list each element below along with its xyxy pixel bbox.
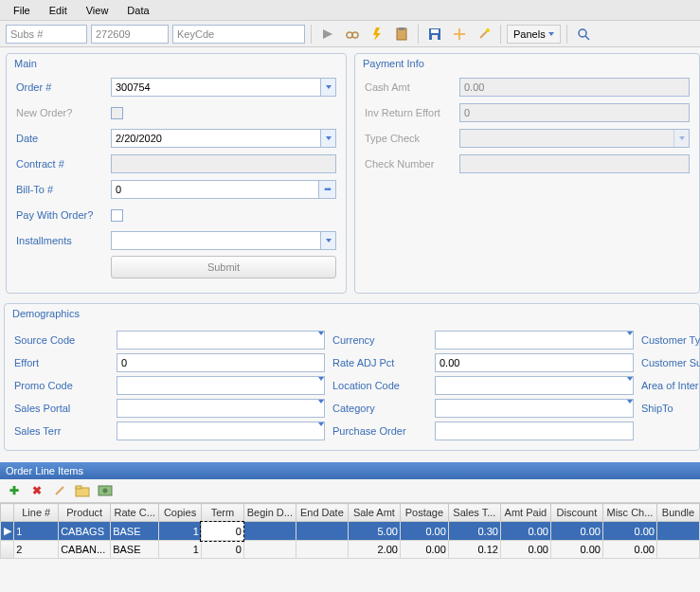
menu-edit[interactable]: Edit	[40, 2, 77, 19]
grid-col-header[interactable]: Product	[59, 504, 111, 522]
subs-selector[interactable]	[6, 25, 87, 44]
grid-cell[interactable]: 1	[14, 522, 59, 541]
grid-cell[interactable]: 0	[201, 541, 243, 559]
table-row[interactable]: 2CABAN...BASE102.000.000.120.000.000.00	[1, 541, 700, 559]
chevron-down-icon[interactable]	[320, 79, 335, 96]
menu-view[interactable]: View	[77, 2, 118, 19]
date-field[interactable]	[111, 129, 336, 148]
grid-cell[interactable]: 0.00	[500, 522, 550, 541]
grid-cell[interactable]: 0.00	[400, 541, 448, 559]
grid-col-header[interactable]: Copies	[159, 504, 202, 522]
chevron-down-icon[interactable]	[318, 400, 324, 417]
installments-input[interactable]	[112, 232, 320, 249]
delete-row-icon[interactable]: ✖	[28, 482, 45, 499]
submit-button[interactable]: Submit	[111, 256, 336, 278]
panels-dropdown[interactable]: Panels	[507, 25, 561, 44]
grid-cell[interactable]: 0.30	[448, 522, 500, 541]
chevron-down-icon[interactable]	[627, 377, 633, 394]
grid-col-header[interactable]: Term	[201, 504, 243, 522]
zoom-icon[interactable]	[573, 25, 594, 44]
grid-col-header[interactable]: End Date	[296, 504, 348, 522]
billto-input[interactable]	[112, 181, 318, 198]
grid-cell[interactable]: 2	[14, 541, 59, 559]
grid-cell[interactable]	[296, 541, 348, 559]
grid-col-header[interactable]: Sale Amt	[348, 504, 400, 522]
menu-file[interactable]: File	[4, 2, 40, 19]
grid-cell[interactable]: BASE	[111, 522, 159, 541]
order-input[interactable]	[112, 79, 320, 96]
grid-cell[interactable]: 5.00	[348, 522, 400, 541]
grid-cell[interactable]: CABAN...	[59, 541, 111, 559]
promo-input[interactable]	[117, 377, 318, 394]
paste-icon[interactable]	[391, 25, 412, 44]
rateadj-input[interactable]	[436, 354, 633, 371]
grid-cell[interactable]	[243, 541, 296, 559]
neworder-checkbox[interactable]	[111, 107, 123, 119]
grid-col-header[interactable]: Rate C...	[111, 504, 159, 522]
folder-icon[interactable]	[74, 482, 91, 499]
currency-input[interactable]	[436, 332, 627, 349]
chevron-down-icon[interactable]	[318, 332, 324, 349]
grid-cell[interactable]	[657, 541, 700, 559]
grid-cell[interactable]: 0.00	[500, 541, 550, 559]
order-field[interactable]	[111, 78, 336, 97]
ellipsis-icon[interactable]: •••	[318, 181, 335, 198]
grid-cell[interactable]: 1	[159, 541, 202, 559]
row-header-col[interactable]	[1, 504, 14, 522]
grid-cell[interactable]: 0.12	[448, 541, 500, 559]
grid-cell[interactable]: 0	[201, 522, 243, 541]
chevron-down-icon[interactable]	[627, 400, 633, 417]
binoculars-icon[interactable]	[342, 25, 363, 44]
chevron-down-icon[interactable]	[318, 422, 324, 440]
grid-cell[interactable]: CABAGS	[59, 522, 111, 541]
add-icon[interactable]	[449, 25, 470, 44]
money-icon[interactable]	[97, 482, 114, 499]
salesterr-field[interactable]	[117, 422, 325, 440]
category-input[interactable]	[436, 400, 627, 417]
source-input[interactable]	[117, 332, 318, 349]
grid-cell[interactable]: 0.00	[400, 522, 448, 541]
grid-cell[interactable]	[296, 522, 348, 541]
grid-col-header[interactable]: Sales T...	[448, 504, 500, 522]
grid-cell[interactable]: 2.00	[348, 541, 400, 559]
menu-data[interactable]: Data	[117, 2, 158, 19]
grid-cell[interactable]: 0.00	[550, 541, 602, 559]
rateadj-field[interactable]	[435, 353, 634, 372]
source-field[interactable]	[117, 331, 325, 350]
chevron-down-icon[interactable]	[320, 232, 335, 249]
table-row[interactable]: ▶1CABAGSBASE105.000.000.300.000.000.00	[1, 522, 700, 541]
grid-col-header[interactable]: Discount	[550, 504, 602, 522]
order-lines-grid[interactable]: Line #ProductRate C...CopiesTermBegin D.…	[0, 503, 700, 559]
grid-col-header[interactable]: Misc Ch...	[602, 504, 656, 522]
paywith-checkbox[interactable]	[111, 209, 123, 222]
location-input[interactable]	[436, 377, 627, 394]
chevron-down-icon[interactable]	[320, 130, 335, 147]
grid-col-header[interactable]: Begin D...	[243, 504, 296, 522]
date-input[interactable]	[112, 130, 320, 147]
grid-cell[interactable]	[657, 522, 700, 541]
salesterr-input[interactable]	[117, 422, 318, 440]
installments-field[interactable]	[111, 231, 336, 250]
bolt-icon[interactable]	[367, 25, 387, 44]
chevron-down-icon[interactable]	[318, 377, 324, 394]
grid-cell[interactable]	[243, 522, 296, 541]
po-field[interactable]	[435, 422, 634, 440]
save-icon[interactable]	[424, 25, 445, 44]
edit-row-icon[interactable]	[51, 482, 68, 499]
grid-cell[interactable]: 0.00	[602, 522, 656, 541]
po-input[interactable]	[436, 422, 633, 440]
grid-cell[interactable]: BASE	[111, 541, 159, 559]
subs-number-field[interactable]	[91, 25, 169, 44]
category-field[interactable]	[435, 399, 634, 418]
grid-cell[interactable]: 1	[159, 522, 202, 541]
row-indicator[interactable]: ▶	[1, 522, 14, 541]
play-icon[interactable]	[317, 25, 338, 44]
grid-col-header[interactable]: Line #	[14, 504, 59, 522]
salesportal-field[interactable]	[117, 399, 325, 418]
grid-col-header[interactable]: Amt Paid	[500, 504, 550, 522]
grid-col-header[interactable]: Postage	[400, 504, 448, 522]
grid-col-header[interactable]: Bundle	[657, 504, 700, 522]
chevron-down-icon[interactable]	[627, 332, 633, 349]
row-indicator[interactable]	[1, 541, 14, 559]
promo-field[interactable]	[117, 376, 325, 395]
